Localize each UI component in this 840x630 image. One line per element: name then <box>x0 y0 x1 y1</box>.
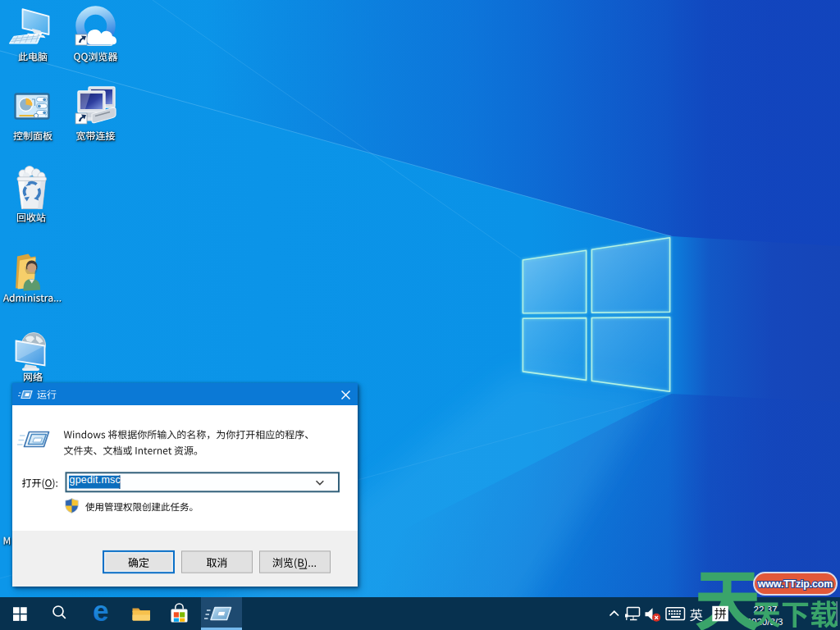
svg-text:www.TTzip.com: www.TTzip.com <box>757 578 833 590</box>
